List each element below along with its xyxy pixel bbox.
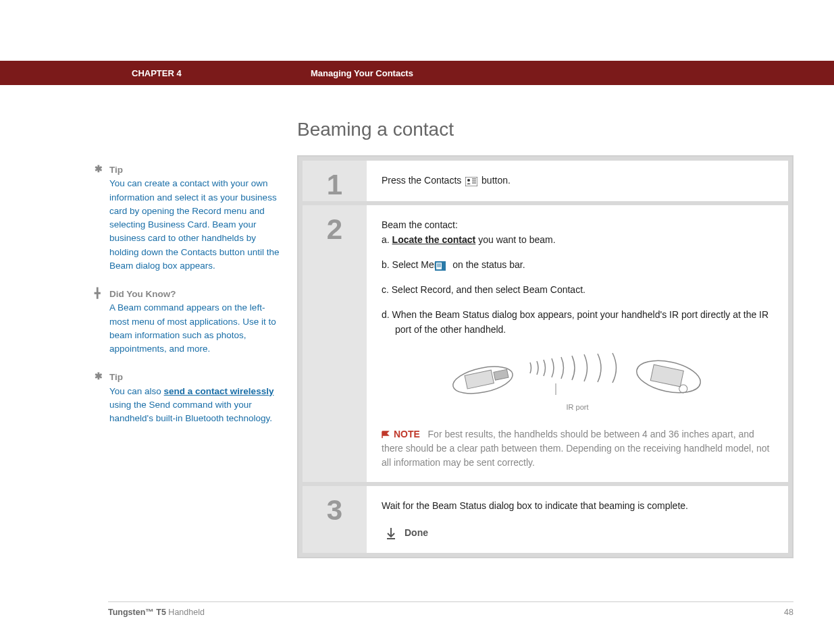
product-name: Tungsten™ T5 Handheld — [108, 608, 205, 617]
asterisk-icon: ✱ — [95, 371, 107, 382]
send-contact-wirelessly-link[interactable]: send a contact wirelessly — [164, 386, 274, 396]
note-label: NOTE — [394, 429, 420, 439]
tip-2: ✱ Tip You can also send a contact wirele… — [95, 371, 284, 425]
step3-text: Wait for the Beam Status dialog box to i… — [382, 498, 773, 513]
ir-port-label: IR port — [382, 402, 773, 414]
dyk-heading: Did You Know? — [109, 288, 284, 301]
step-number-cell: 1 — [303, 161, 367, 201]
step-content: Beam the contact: a. Locate the contact … — [367, 205, 788, 482]
page-footer: Tungsten™ T5 Handheld 48 — [108, 601, 793, 617]
step-2: 2 Beam the contact: a. Locate the contac… — [303, 205, 788, 482]
chapter-title: Managing Your Contacts — [311, 68, 413, 78]
tip-text: You can also send a contact wirelessly u… — [109, 385, 284, 426]
step-number-cell: 3 — [303, 486, 367, 553]
chapter-label: CHAPTER 4 — [132, 68, 311, 78]
substep-d: d. When the Beam Status dialog box appea… — [382, 307, 773, 338]
tip-text: You can create a contact with your own i… — [109, 177, 284, 273]
step-number: 1 — [327, 169, 342, 201]
asterisk-icon: ✱ — [95, 163, 107, 175]
plus-icon: ╋ — [95, 288, 107, 299]
tip2-before: You can also — [109, 386, 164, 396]
content-area: ✱ Tip You can create a contact with your… — [0, 85, 834, 558]
locate-contact-link[interactable]: Locate the contact — [392, 234, 476, 245]
sub-b-after: on the status bar. — [452, 259, 525, 270]
done-indicator: Done — [382, 525, 773, 540]
tip-heading: Tip — [109, 371, 284, 384]
tip-heading: Tip — [109, 163, 284, 177]
main-content: Beaming a contact 1 Press the Contacts — [297, 119, 793, 558]
svg-rect-12 — [494, 370, 509, 381]
chapter-header: CHAPTER 4 Managing Your Contacts — [0, 61, 834, 85]
step2-intro: Beam the contact: — [382, 217, 773, 232]
svg-point-1 — [467, 179, 470, 182]
step-number: 2 — [327, 213, 342, 246]
ir-beam-diagram: IR port — [382, 346, 773, 414]
step1-before: Press the Contacts — [382, 175, 464, 186]
step-1: 1 Press the Contacts — [303, 161, 788, 201]
tip-1: ✱ Tip You can create a contact with your… — [95, 163, 284, 273]
tip2-after: using the Send command with your handhel… — [109, 400, 272, 423]
step-3: 3 Wait for the Beam Status dialog box to… — [303, 486, 788, 553]
product-bold: Tungsten™ T5 — [108, 608, 166, 617]
svg-rect-14 — [650, 365, 683, 387]
svg-rect-11 — [465, 371, 494, 390]
step-number-cell: 2 — [303, 205, 367, 482]
steps-container: 1 Press the Contacts — [297, 155, 793, 558]
done-label: Done — [405, 525, 428, 540]
note-block: NOTE For best results, the handhelds sho… — [382, 427, 773, 470]
dyk-text: A Beam command appears on the left-most … — [109, 301, 284, 356]
page-number: 48 — [784, 608, 793, 617]
step-number: 3 — [327, 494, 342, 527]
svg-rect-0 — [465, 177, 477, 186]
step-content: Press the Contacts button. — [367, 161, 788, 201]
note-text: For best results, the handhelds should b… — [382, 429, 769, 468]
page-title: Beaming a contact — [297, 119, 793, 140]
note-flag-icon — [382, 427, 391, 441]
step1-after: button. — [481, 175, 511, 186]
contacts-icon — [465, 173, 477, 188]
substep-b: b. Select Menu on the st — [382, 257, 773, 273]
substep-c: c. Select Record, and then select Beam C… — [382, 282, 773, 297]
did-you-know: ╋ Did You Know? A Beam command appears o… — [95, 288, 284, 356]
done-arrow-icon — [386, 525, 396, 540]
sub-a-after: you want to beam. — [475, 234, 555, 245]
sub-a-prefix: a. — [382, 234, 392, 245]
step-content: Wait for the Beam Status dialog box to i… — [367, 486, 788, 553]
sidebar: ✱ Tip You can create a contact with your… — [95, 119, 297, 558]
product-rest: Handheld — [166, 608, 205, 617]
substep-a: a. Locate the contact you want to beam. — [382, 232, 773, 247]
